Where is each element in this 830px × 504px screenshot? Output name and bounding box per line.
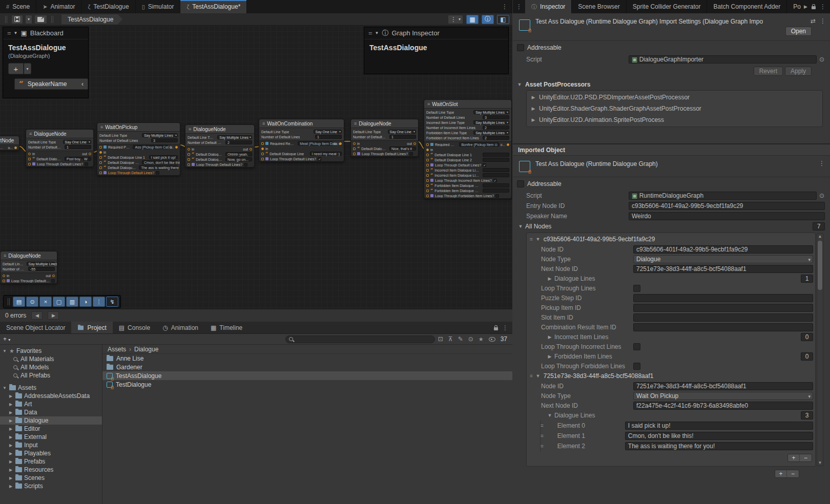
apply-button[interactable]: Apply <box>785 67 812 76</box>
tab-scene-browser[interactable]: Scene Browser <box>572 0 626 13</box>
foldout-arrow-icon[interactable]: ▶ <box>8 435 13 439</box>
input-port[interactable] <box>28 153 31 155</box>
lock-icon[interactable] <box>494 327 498 330</box>
node-number-field[interactable]: 2 <box>483 125 509 130</box>
loop-checkbox[interactable] <box>156 171 159 175</box>
graph-breadcrumb[interactable]: TestAssDialogue <box>61 14 122 25</box>
node-popup[interactable]: Say Multiple Lines <box>27 262 55 266</box>
all-nodes-row[interactable]: ▼ All Nodes 7 <box>513 221 830 232</box>
dialogue-line-field[interactable] <box>483 153 509 157</box>
tree-favorite-item[interactable]: All Prefabs <box>0 371 102 380</box>
drag-handle-icon[interactable]: = <box>541 423 543 429</box>
data-port[interactable] <box>3 280 5 282</box>
tab-testdialogue[interactable]: ζTestDialogue <box>81 0 135 13</box>
tab-animator[interactable]: ➤Animator <box>36 0 81 13</box>
asset-item-testdialogue[interactable]: TestDialogue <box>102 380 512 389</box>
script-field[interactable]: ▣ RuntimeDialogueGraph <box>629 192 817 200</box>
property-popup[interactable]: Wait On Pickup <box>633 392 813 400</box>
dialogue-line-field[interactable]: Psst boy... W <box>65 157 91 161</box>
tab-simulator[interactable]: ▯Simulator <box>136 0 181 13</box>
data-port[interactable] <box>426 174 429 177</box>
tree-folder-scenes[interactable]: ▶Scenes <box>0 474 102 482</box>
asset-item-anne-lise[interactable]: Anne Lise <box>102 354 512 363</box>
node-collapse-icon[interactable]: ≡ <box>262 121 265 126</box>
drag-handle-icon[interactable]: = <box>368 29 372 37</box>
prev-error-button[interactable]: ◀ <box>31 311 43 320</box>
dialogue-line-field[interactable]: The ass is waiting there for y <box>139 165 178 170</box>
tab-inspector[interactable]: ⓘInspector <box>525 0 572 13</box>
dialogue-line-field[interactable]: I said pick it up! <box>149 155 178 159</box>
layout-button[interactable]: ▥ <box>66 297 78 307</box>
play-button[interactable]: ◑ <box>79 297 92 307</box>
tree-folder-external[interactable]: ▶External <box>0 433 102 441</box>
project-search-input[interactable] <box>285 335 435 343</box>
output-port[interactable] <box>52 275 55 277</box>
property-popup[interactable]: Dialogue <box>633 255 813 263</box>
data-port[interactable] <box>426 164 429 166</box>
node-collapse-icon[interactable]: ≡ <box>354 121 357 126</box>
loop-checkbox[interactable]: ✓ <box>318 157 321 161</box>
node-number-field[interactable]: 3 <box>151 138 178 142</box>
node-popup[interactable]: Say Multiple Lines <box>217 135 252 139</box>
scroll-down-icon[interactable]: ▼ <box>817 460 823 465</box>
foldout-arrow-icon[interactable]: ▶ <box>8 459 13 464</box>
node-number-field[interactable]: 1 <box>65 145 91 149</box>
postprocessor-item[interactable]: ▶UnityEditor.U2D.PSD.PSDImporterAssetPos… <box>527 92 822 103</box>
object-field[interactable]: Ass (Pickup Item Cat ⊙ <box>133 145 168 149</box>
data-port[interactable] <box>353 153 356 155</box>
foldout-arrow-icon[interactable]: ▶ <box>8 476 13 480</box>
graph-node-waitonslot[interactable]: ≡WaitOnSlotDefault Line TypeSay Multiple… <box>424 99 512 199</box>
foldout-arrow-icon[interactable]: ▶ <box>8 427 13 431</box>
drag-handle-icon[interactable]: = <box>530 373 532 379</box>
node-popup[interactable]: Say Multiple Lines <box>473 110 509 114</box>
entry-node-id-field[interactable]: c93b5606-401f-49a2-99b5-9ecbf1fa9c29 <box>629 202 825 210</box>
node-popup[interactable]: Say One Line <box>63 140 91 144</box>
window-button[interactable]: ▢ <box>53 297 65 307</box>
tab-scene[interactable]: #Scene <box>0 0 36 13</box>
foldout-arrow-icon[interactable]: ▶ <box>8 410 13 415</box>
loop-checkbox[interactable] <box>495 194 499 198</box>
input-port[interactable] <box>353 142 356 145</box>
data-port[interactable] <box>426 179 429 182</box>
scrollbar-thumb[interactable] <box>818 241 822 290</box>
element-text-field[interactable]: I said pick it up! <box>625 422 813 430</box>
tree-folder-data[interactable]: ▶Data <box>0 408 102 416</box>
toolbar-grip[interactable] <box>8 298 10 305</box>
inspector-menu-icon[interactable]: ⋮ <box>820 3 826 10</box>
output-port[interactable] <box>507 143 509 146</box>
revert-button[interactable]: Revert <box>754 67 783 76</box>
output-port[interactable] <box>14 146 17 149</box>
visibility-eye-icon[interactable] <box>489 337 495 342</box>
tree-folder-dialogue[interactable]: ▶Dialogue <box>0 416 102 425</box>
view-options-button[interactable]: ⋮▾ <box>448 15 463 24</box>
node-popup[interactable]: Say Multiple Lines <box>473 120 509 124</box>
node-number-field[interactable]: 2 <box>225 140 252 144</box>
add-property-dropdown[interactable]: ▾ <box>24 63 31 74</box>
foldout-arrow-icon[interactable]: ▼ <box>547 413 552 418</box>
data-port[interactable] <box>426 143 429 146</box>
data-port[interactable] <box>99 172 102 174</box>
remove-element-button[interactable]: − <box>800 454 812 461</box>
property-text-field[interactable] <box>633 323 813 331</box>
array-size-field[interactable]: 0 <box>801 333 813 341</box>
dialogue-line-field[interactable] <box>483 183 509 187</box>
left-dock-menu-icon[interactable]: ⋮ <box>502 3 508 10</box>
collapse-icon[interactable]: ▼ <box>14 31 18 35</box>
foldout-arrow-icon[interactable]: ▶ <box>547 354 552 359</box>
property-text-field[interactable]: c93b5606-401f-49a2-99b5-9ecbf1fa9c29 <box>633 245 813 254</box>
dialogue-line-field[interactable]: Now, go on... <box>225 157 252 161</box>
foldout-arrow-icon[interactable]: ▶ <box>547 276 552 281</box>
data-port[interactable] <box>99 166 102 169</box>
node-popup[interactable]: Say One Line <box>314 130 342 134</box>
dialogue-line-field[interactable] <box>483 158 509 162</box>
output-port[interactable] <box>175 146 178 149</box>
tab-sprite-collider-generator[interactable]: Sprite Collider Generator <box>627 0 708 13</box>
blackboard-property-speakername[interactable]: “ SpeakerName ‹ <box>14 78 88 90</box>
scroll-up-icon[interactable]: ▲ <box>817 234 823 239</box>
foldout-arrow-icon[interactable]: ▶ <box>8 468 13 472</box>
add-node-button[interactable]: + <box>775 470 787 477</box>
edit-icon[interactable]: ✎ <box>458 335 463 343</box>
info-icon[interactable]: ⊙ <box>468 335 473 343</box>
output-port[interactable] <box>89 153 91 155</box>
data-port[interactable] <box>28 163 31 165</box>
